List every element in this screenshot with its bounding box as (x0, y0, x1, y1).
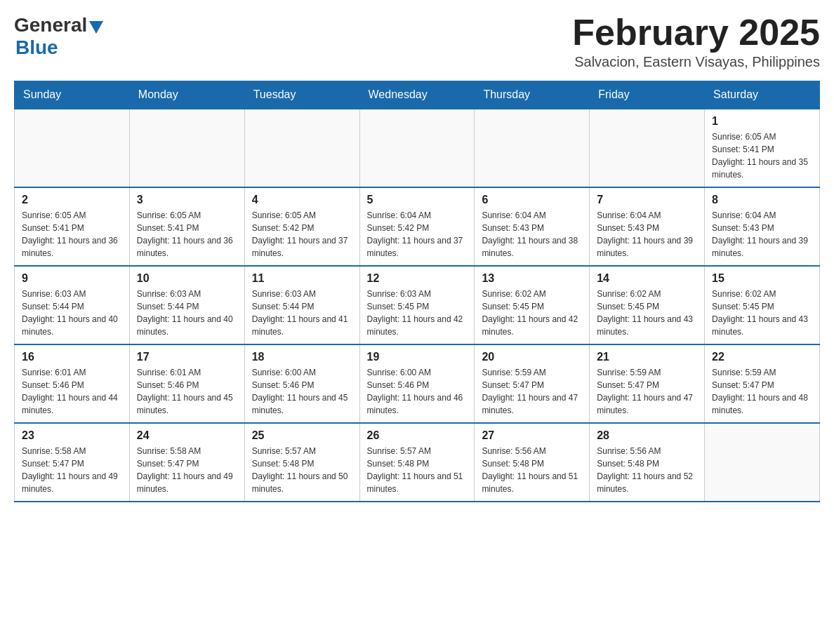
calendar-cell: 7Sunrise: 6:04 AMSunset: 5:43 PMDaylight… (590, 187, 705, 266)
calendar-cell: 2Sunrise: 6:05 AMSunset: 5:41 PMDaylight… (15, 187, 130, 266)
calendar-cell (475, 109, 590, 187)
calendar-week-row: 2Sunrise: 6:05 AMSunset: 5:41 PMDaylight… (15, 187, 820, 266)
day-info: Sunrise: 6:00 AMSunset: 5:46 PMDaylight:… (252, 366, 352, 417)
day-info: Sunrise: 6:04 AMSunset: 5:43 PMDaylight:… (597, 209, 697, 260)
day-number: 7 (597, 194, 697, 206)
day-info: Sunrise: 5:58 AMSunset: 5:47 PMDaylight:… (22, 445, 122, 495)
month-title: February 2025 (572, 14, 820, 51)
day-number: 2 (22, 194, 122, 206)
day-number: 23 (22, 429, 122, 442)
page-header: General Blue February 2025 Salvacion, Ea… (14, 14, 820, 70)
day-info: Sunrise: 6:02 AMSunset: 5:45 PMDaylight:… (482, 288, 582, 338)
day-info: Sunrise: 5:57 AMSunset: 5:48 PMDaylight:… (367, 445, 468, 495)
calendar-cell: 21Sunrise: 5:59 AMSunset: 5:47 PMDayligh… (590, 344, 705, 423)
calendar-cell: 23Sunrise: 5:58 AMSunset: 5:47 PMDayligh… (15, 423, 130, 502)
day-number: 13 (482, 272, 582, 285)
day-number: 12 (367, 272, 468, 285)
day-number: 16 (22, 351, 122, 363)
day-info: Sunrise: 6:03 AMSunset: 5:44 PMDaylight:… (137, 288, 237, 338)
calendar-cell: 9Sunrise: 6:03 AMSunset: 5:44 PMDaylight… (15, 266, 130, 344)
day-info: Sunrise: 5:59 AMSunset: 5:47 PMDaylight:… (482, 366, 582, 417)
day-info: Sunrise: 5:57 AMSunset: 5:48 PMDaylight:… (252, 445, 352, 495)
calendar-cell: 19Sunrise: 6:00 AMSunset: 5:46 PMDayligh… (359, 344, 475, 423)
calendar-cell (15, 109, 130, 187)
day-number: 6 (482, 194, 582, 206)
day-info: Sunrise: 5:59 AMSunset: 5:47 PMDaylight:… (712, 366, 812, 417)
day-number: 18 (252, 351, 352, 363)
calendar-week-row: 1Sunrise: 6:05 AMSunset: 5:41 PMDaylight… (15, 109, 820, 187)
logo-general-text: General (14, 14, 87, 36)
day-number: 22 (712, 351, 812, 363)
calendar-cell: 20Sunrise: 5:59 AMSunset: 5:47 PMDayligh… (475, 344, 590, 423)
calendar-cell: 6Sunrise: 6:04 AMSunset: 5:43 PMDaylight… (475, 187, 590, 266)
calendar-cell: 12Sunrise: 6:03 AMSunset: 5:45 PMDayligh… (359, 266, 475, 344)
day-info: Sunrise: 6:05 AMSunset: 5:41 PMDaylight:… (22, 209, 122, 260)
day-number: 21 (597, 351, 697, 363)
calendar-cell: 3Sunrise: 6:05 AMSunset: 5:41 PMDaylight… (129, 187, 244, 266)
logo-triangle-icon (89, 21, 103, 34)
day-number: 27 (482, 429, 582, 442)
title-section: February 2025 Salvacion, Eastern Visayas… (572, 14, 820, 70)
day-number: 20 (482, 351, 582, 363)
calendar-cell: 1Sunrise: 6:05 AMSunset: 5:41 PMDaylight… (705, 109, 820, 187)
day-info: Sunrise: 6:00 AMSunset: 5:46 PMDaylight:… (367, 366, 468, 417)
calendar-cell (359, 109, 475, 187)
day-info: Sunrise: 6:04 AMSunset: 5:42 PMDaylight:… (367, 209, 468, 260)
calendar-cell: 26Sunrise: 5:57 AMSunset: 5:48 PMDayligh… (359, 423, 475, 502)
day-of-week-header: Sunday (15, 81, 130, 109)
day-info: Sunrise: 6:05 AMSunset: 5:41 PMDaylight:… (137, 209, 237, 260)
day-number: 3 (137, 194, 237, 206)
day-info: Sunrise: 6:02 AMSunset: 5:45 PMDaylight:… (597, 288, 697, 338)
calendar-cell (129, 109, 244, 187)
calendar-week-row: 9Sunrise: 6:03 AMSunset: 5:44 PMDaylight… (15, 266, 820, 344)
calendar-table: SundayMondayTuesdayWednesdayThursdayFrid… (14, 81, 820, 502)
calendar-week-row: 23Sunrise: 5:58 AMSunset: 5:47 PMDayligh… (15, 423, 820, 502)
calendar-cell: 17Sunrise: 6:01 AMSunset: 5:46 PMDayligh… (129, 344, 244, 423)
day-number: 14 (597, 272, 697, 285)
day-info: Sunrise: 6:04 AMSunset: 5:43 PMDaylight:… (712, 209, 812, 260)
day-info: Sunrise: 6:03 AMSunset: 5:44 PMDaylight:… (252, 288, 352, 338)
day-of-week-header: Saturday (705, 81, 820, 109)
day-of-week-header: Wednesday (359, 81, 475, 109)
calendar-cell: 18Sunrise: 6:00 AMSunset: 5:46 PMDayligh… (244, 344, 359, 423)
logo-blue-text: Blue (15, 36, 58, 59)
day-number: 1 (712, 115, 812, 128)
day-info: Sunrise: 6:03 AMSunset: 5:45 PMDaylight:… (367, 288, 468, 338)
logo: General Blue (14, 14, 103, 59)
day-info: Sunrise: 5:56 AMSunset: 5:48 PMDaylight:… (482, 445, 582, 495)
calendar-cell: 8Sunrise: 6:04 AMSunset: 5:43 PMDaylight… (705, 187, 820, 266)
calendar-cell: 15Sunrise: 6:02 AMSunset: 5:45 PMDayligh… (705, 266, 820, 344)
day-number: 26 (367, 429, 468, 442)
calendar-cell: 24Sunrise: 5:58 AMSunset: 5:47 PMDayligh… (129, 423, 244, 502)
calendar-cell: 11Sunrise: 6:03 AMSunset: 5:44 PMDayligh… (244, 266, 359, 344)
day-number: 8 (712, 194, 812, 206)
calendar-cell (244, 109, 359, 187)
calendar-cell: 22Sunrise: 5:59 AMSunset: 5:47 PMDayligh… (705, 344, 820, 423)
day-number: 25 (252, 429, 352, 442)
day-info: Sunrise: 5:59 AMSunset: 5:47 PMDaylight:… (597, 366, 697, 417)
calendar-cell: 14Sunrise: 6:02 AMSunset: 5:45 PMDayligh… (590, 266, 705, 344)
day-info: Sunrise: 6:01 AMSunset: 5:46 PMDaylight:… (137, 366, 237, 417)
day-of-week-header: Monday (129, 81, 244, 109)
calendar-cell: 25Sunrise: 5:57 AMSunset: 5:48 PMDayligh… (244, 423, 359, 502)
day-info: Sunrise: 6:05 AMSunset: 5:41 PMDaylight:… (712, 130, 812, 181)
calendar-cell: 27Sunrise: 5:56 AMSunset: 5:48 PMDayligh… (475, 423, 590, 502)
calendar-week-row: 16Sunrise: 6:01 AMSunset: 5:46 PMDayligh… (15, 344, 820, 423)
day-number: 9 (22, 272, 122, 285)
day-info: Sunrise: 6:01 AMSunset: 5:46 PMDaylight:… (22, 366, 122, 417)
day-number: 15 (712, 272, 812, 285)
day-info: Sunrise: 5:58 AMSunset: 5:47 PMDaylight:… (137, 445, 237, 495)
day-info: Sunrise: 6:03 AMSunset: 5:44 PMDaylight:… (22, 288, 122, 338)
day-info: Sunrise: 6:04 AMSunset: 5:43 PMDaylight:… (482, 209, 582, 260)
day-number: 10 (137, 272, 237, 285)
day-number: 5 (367, 194, 468, 206)
day-number: 19 (367, 351, 468, 363)
calendar-header-row: SundayMondayTuesdayWednesdayThursdayFrid… (15, 81, 820, 109)
day-of-week-header: Thursday (475, 81, 590, 109)
calendar-cell: 4Sunrise: 6:05 AMSunset: 5:42 PMDaylight… (244, 187, 359, 266)
day-info: Sunrise: 6:05 AMSunset: 5:42 PMDaylight:… (252, 209, 352, 260)
day-info: Sunrise: 5:56 AMSunset: 5:48 PMDaylight:… (597, 445, 697, 495)
day-of-week-header: Tuesday (244, 81, 359, 109)
day-number: 24 (137, 429, 237, 442)
calendar-cell: 16Sunrise: 6:01 AMSunset: 5:46 PMDayligh… (15, 344, 130, 423)
